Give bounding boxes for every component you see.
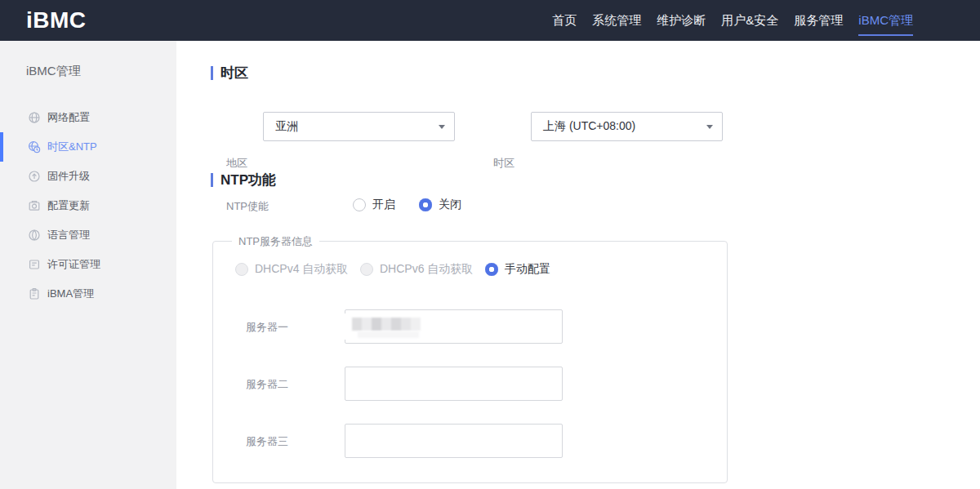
ntp-server-group: NTP服务器信息 DHCPv4 自动获取 DHCPv6 自动获取 手动配置 服务… — [212, 241, 728, 483]
sidebar-title: iBMC管理 — [0, 41, 176, 79]
firmware-upgrade-icon — [28, 170, 41, 183]
license-icon — [28, 258, 41, 271]
sidebar-item-label: 时区&NTP — [47, 140, 97, 154]
region-label: 地区 — [226, 156, 247, 171]
top-header: iBMC 首页 系统管理 维护诊断 用户&安全 服务管理 iBMC管理 — [0, 0, 980, 41]
sidebar-item-language-management[interactable]: 语言管理 — [0, 220, 176, 250]
sidebar-item-label: 许可证管理 — [47, 257, 100, 272]
config-update-icon — [28, 199, 41, 212]
timezone-select-value: 上海 (UTC+08:00) — [543, 119, 635, 134]
radio-unchecked-icon — [353, 198, 366, 211]
ntp-section-title: NTP功能 — [211, 171, 276, 189]
dhcpv4-auto-radio[interactable]: DHCPv4 自动获取 — [235, 262, 348, 277]
main-content: 时区 地区 亚洲 时区 上海 (UTC+08:00) NTP功能 NTP使能 开… — [176, 41, 980, 489]
sidebar-item-license-management[interactable]: 许可证管理 — [0, 250, 176, 279]
nav-item-system-management[interactable]: 系统管理 — [592, 0, 641, 41]
server-one-input[interactable] — [345, 309, 563, 344]
nav-item-ibmc-management[interactable]: iBMC管理 — [858, 0, 913, 41]
server-three-input[interactable] — [345, 424, 563, 458]
sidebar-item-timezone-ntp[interactable]: 时区&NTP — [0, 132, 176, 162]
radio-disabled-icon — [235, 263, 248, 276]
server-two-input[interactable] — [345, 367, 563, 401]
server-two-label: 服务器二 — [246, 377, 288, 392]
app-logo: iBMC — [26, 7, 87, 33]
ntp-enable-label: NTP使能 — [226, 199, 269, 214]
sidebar-item-network-config[interactable]: 网络配置 — [0, 103, 176, 132]
ntp-enable-on-radio[interactable]: 开启 — [353, 198, 395, 212]
top-nav: 首页 系统管理 维护诊断 用户&安全 服务管理 iBMC管理 — [552, 0, 913, 41]
nav-item-home[interactable]: 首页 — [552, 0, 577, 41]
server-one-label: 服务器一 — [246, 320, 288, 335]
timezone-section-title: 时区 — [211, 64, 248, 82]
sidebar-item-label: 配置更新 — [47, 198, 90, 213]
timezone-clock-icon — [28, 140, 41, 153]
region-select[interactable]: 亚洲 — [263, 112, 455, 141]
radio-checked-icon — [419, 198, 432, 211]
chevron-down-icon — [439, 125, 445, 129]
radio-checked-icon — [485, 263, 498, 276]
radio-disabled-icon — [360, 263, 373, 276]
sidebar: iBMC管理 网络配置 时区&NTP — [0, 41, 176, 489]
clipboard-icon — [28, 287, 41, 300]
sidebar-item-firmware-upgrade[interactable]: 固件升级 — [0, 162, 176, 191]
nav-item-maintenance-diagnosis[interactable]: 维护诊断 — [657, 0, 706, 41]
section-accent-bar — [211, 173, 213, 187]
sidebar-menu: 网络配置 时区&NTP 固件升级 — [0, 103, 176, 309]
manual-config-radio[interactable]: 手动配置 — [485, 262, 550, 277]
section-accent-bar — [211, 66, 213, 80]
sidebar-item-ibma-management[interactable]: iBMA管理 — [0, 279, 176, 309]
timezone-select[interactable]: 上海 (UTC+08:00) — [531, 112, 723, 141]
server-three-label: 服务器三 — [246, 434, 288, 449]
sidebar-item-config-update[interactable]: 配置更新 — [0, 191, 176, 220]
dhcpv6-auto-radio[interactable]: DHCPv6 自动获取 — [360, 262, 473, 277]
chevron-down-icon — [706, 125, 713, 129]
region-select-value: 亚洲 — [275, 119, 298, 134]
language-icon — [28, 229, 41, 242]
ntp-server-group-legend: NTP服务器信息 — [232, 234, 319, 249]
ntp-enable-off-radio[interactable]: 关闭 — [419, 198, 461, 212]
sidebar-item-label: iBMA管理 — [47, 287, 94, 301]
network-icon — [28, 111, 41, 124]
ibmc-management-page: iBMC 首页 系统管理 维护诊断 用户&安全 服务管理 iBMC管理 iBMC… — [0, 0, 980, 489]
sidebar-item-label: 固件升级 — [47, 169, 90, 184]
nav-item-user-security[interactable]: 用户&安全 — [721, 0, 778, 41]
sidebar-item-label: 语言管理 — [47, 228, 90, 242]
nav-item-service-management[interactable]: 服务管理 — [794, 0, 843, 41]
timezone-label: 时区 — [493, 156, 514, 171]
sidebar-item-label: 网络配置 — [47, 110, 90, 125]
